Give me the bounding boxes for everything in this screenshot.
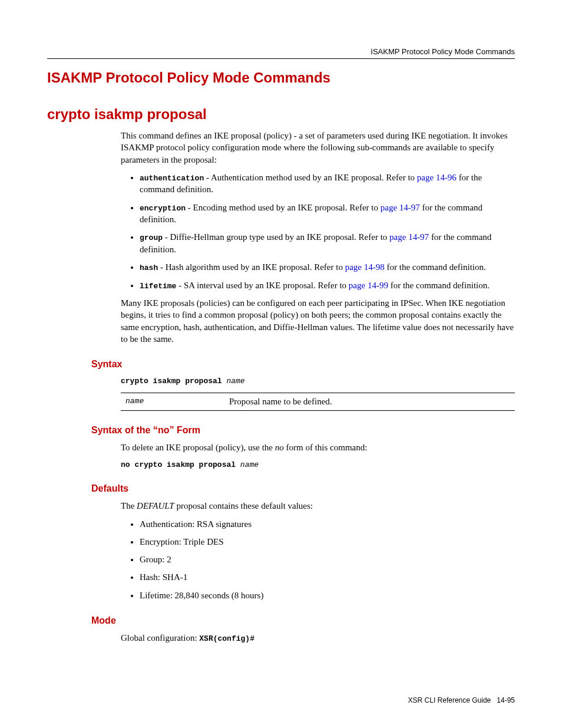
sub-cmd: encryption [140,204,186,213]
page-link[interactable]: page 14-99 [349,281,388,290]
page-footer: XSR CLI Reference Guide 14-95 [408,696,515,704]
sub-cmd: group [140,233,163,242]
defaults-intro: The DEFAULT proposal contains these defa… [121,500,515,512]
syntax-line: crypto isakmp proposal name [121,375,515,386]
sub-cmd: lifetime [140,282,176,291]
sub-cmd: hash [140,263,158,272]
list-item: authentication - Authentication method u… [140,172,515,196]
defaults-em: DEFAULT [137,501,174,510]
syntax-block: crypto isakmp proposal name name Proposa… [121,375,515,411]
mode-line: Global configuration: XSR(config)# [121,632,515,644]
intro-block: This command defines an IKE proposal (po… [121,130,515,345]
defaults-pre: The [121,501,137,510]
page: ISAKMP Protocol Policy Mode Commands ISA… [0,0,562,728]
defaults-heading: Defaults [91,483,515,494]
noform-heading: Syntax of the “no” Form [91,425,515,436]
syntax-heading: Syntax [91,359,515,370]
noform-syntax-line: no crypto isakmp proposal name [121,459,515,469]
mode-heading: Mode [91,615,515,626]
sub-text: - Encoding method used by an IKE proposa… [186,203,381,212]
noform-pre: To delete an IKE proposal (policy), use … [121,443,275,452]
noform-arg: name [240,460,259,469]
list-item: hash - Hash algorithm used by an IKE pro… [140,261,515,274]
sub-text-post: for the command definition. [388,281,490,290]
subcommand-list: authentication - Authentication method u… [121,172,515,291]
mode-pre: Global configuration: [121,633,199,643]
list-item: Lifetime: 28,840 seconds (8 hours) [140,589,515,601]
list-item: Encryption: Triple DES [140,536,515,548]
list-item: group - Diffie-Hellman group type used b… [140,231,515,255]
sub-text: - SA interval used by an IKE proposal. R… [176,281,348,290]
defaults-list: Authentication: RSA signatures Encryptio… [121,518,515,601]
footer-page: 14-95 [497,696,515,704]
defaults-block: The DEFAULT proposal contains these defa… [121,500,515,601]
intro2-paragraph: Many IKE proposals (policies) can be con… [121,297,515,345]
command-title: crypto isakmp proposal [47,106,515,123]
param-table: name Proposal name to be defined. [121,393,515,411]
sub-text: - Diffie-Hellman group type used by an I… [163,232,389,242]
list-item: Authentication: RSA signatures [140,518,515,530]
param-name: name [121,393,224,411]
intro-paragraph: This command defines an IKE proposal (po… [121,130,515,166]
param-desc: Proposal name to be defined. [224,393,515,411]
section-title: ISAKMP Protocol Policy Mode Commands [47,70,515,86]
sub-text-post: for the command definition. [385,262,486,272]
sub-text: - Authentication method used by an IKE p… [204,173,417,182]
noform-post: form of this command: [284,443,368,452]
footer-book: XSR CLI Reference Guide [408,696,491,704]
list-item: lifetime - SA interval used by an IKE pr… [140,279,515,292]
page-link[interactable]: page 14-97 [389,232,429,242]
noform-desc: To delete an IKE proposal (policy), use … [121,442,515,453]
table-row: name Proposal name to be defined. [121,393,515,411]
mode-block: Global configuration: XSR(config)# [121,632,515,644]
defaults-post: proposal contains these default values: [174,501,313,510]
syntax-arg: name [226,377,244,386]
sub-cmd: authentication [140,174,204,183]
page-link[interactable]: page 14-97 [381,203,420,212]
mode-code: XSR(config)# [199,634,254,643]
list-item: Hash: SHA-1 [140,571,515,583]
noform-cmd: no crypto isakmp proposal [121,460,240,469]
running-head: ISAKMP Protocol Policy Mode Commands [47,47,515,59]
list-item: encryption - Encoding method used by an … [140,202,515,226]
noform-block: To delete an IKE proposal (policy), use … [121,442,515,469]
page-link[interactable]: page 14-98 [345,262,385,272]
syntax-cmd: crypto isakmp proposal [121,377,226,386]
sub-text: - Hash algorithm used by an IKE proposal… [158,262,345,272]
noform-em: no [275,443,284,452]
page-link[interactable]: page 14-96 [417,173,457,182]
list-item: Group: 2 [140,554,515,565]
